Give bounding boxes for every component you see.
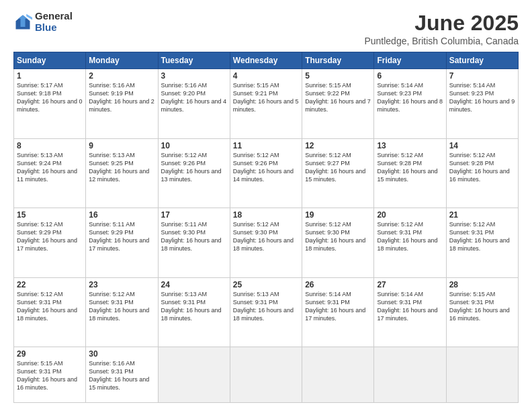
calendar-cell: 5Sunrise: 5:15 AMSunset: 9:22 PMDaylight… — [302, 69, 374, 139]
calendar-week-row: 15Sunrise: 5:12 AMSunset: 9:29 PMDayligh… — [14, 208, 519, 278]
day-info: Sunrise: 5:12 AMSunset: 9:28 PMDaylight:… — [377, 151, 443, 184]
logo-general: General — [35, 11, 73, 22]
logo-blue: Blue — [35, 22, 73, 34]
calendar-cell: 21Sunrise: 5:12 AMSunset: 9:31 PMDayligh… — [446, 208, 518, 278]
day-number: 23 — [89, 280, 154, 289]
logo: General Blue — [13, 11, 73, 33]
day-number: 9 — [89, 141, 154, 150]
day-info: Sunrise: 5:12 AMSunset: 9:31 PMDaylight:… — [449, 220, 515, 253]
calendar-cell: 19Sunrise: 5:12 AMSunset: 9:30 PMDayligh… — [302, 208, 374, 278]
calendar-cell: 24Sunrise: 5:13 AMSunset: 9:31 PMDayligh… — [158, 277, 230, 347]
day-info: Sunrise: 5:14 AMSunset: 9:31 PMDaylight:… — [305, 290, 371, 323]
subtitle: Puntledge, British Columbia, Canada — [364, 36, 519, 46]
day-info: Sunrise: 5:15 AMSunset: 9:31 PMDaylight:… — [449, 290, 515, 323]
day-info: Sunrise: 5:12 AMSunset: 9:29 PMDaylight:… — [17, 220, 83, 253]
day-number: 15 — [17, 210, 83, 220]
calendar-cell: 15Sunrise: 5:12 AMSunset: 9:29 PMDayligh… — [14, 208, 86, 278]
day-info: Sunrise: 5:11 AMSunset: 9:29 PMDaylight:… — [89, 220, 154, 253]
calendar-cell: 11Sunrise: 5:12 AMSunset: 9:26 PMDayligh… — [230, 138, 302, 208]
calendar-cell: 17Sunrise: 5:11 AMSunset: 9:30 PMDayligh… — [158, 208, 230, 278]
header-friday: Friday — [374, 52, 446, 69]
header-wednesday: Wednesday — [230, 52, 302, 69]
day-number: 27 — [377, 280, 443, 289]
day-number: 21 — [449, 210, 515, 220]
day-number: 22 — [17, 280, 83, 289]
day-info: Sunrise: 5:13 AMSunset: 9:25 PMDaylight:… — [89, 151, 154, 184]
page: General Blue June 2025 Puntledge, Britis… — [0, 0, 532, 411]
day-info: Sunrise: 5:12 AMSunset: 9:26 PMDaylight:… — [233, 151, 299, 184]
calendar-cell: 29Sunrise: 5:15 AMSunset: 9:31 PMDayligh… — [14, 347, 86, 403]
day-info: Sunrise: 5:14 AMSunset: 9:31 PMDaylight:… — [377, 290, 443, 323]
header: General Blue June 2025 Puntledge, Britis… — [13, 11, 519, 46]
calendar-week-row: 29Sunrise: 5:15 AMSunset: 9:31 PMDayligh… — [14, 347, 519, 403]
day-number: 16 — [89, 210, 154, 220]
calendar-cell: 26Sunrise: 5:14 AMSunset: 9:31 PMDayligh… — [302, 277, 374, 347]
day-number: 7 — [449, 71, 515, 81]
title-section: June 2025 Puntledge, British Columbia, C… — [364, 11, 519, 46]
day-info: Sunrise: 5:15 AMSunset: 9:31 PMDaylight:… — [17, 359, 83, 392]
day-info: Sunrise: 5:13 AMSunset: 9:31 PMDaylight:… — [233, 290, 299, 323]
calendar-cell: 7Sunrise: 5:14 AMSunset: 9:23 PMDaylight… — [446, 69, 518, 139]
calendar-cell: 25Sunrise: 5:13 AMSunset: 9:31 PMDayligh… — [230, 277, 302, 347]
calendar-week-row: 1Sunrise: 5:17 AMSunset: 9:18 PMDaylight… — [14, 69, 519, 139]
calendar-cell: 10Sunrise: 5:12 AMSunset: 9:26 PMDayligh… — [158, 138, 230, 208]
day-info: Sunrise: 5:12 AMSunset: 9:28 PMDaylight:… — [449, 151, 515, 184]
day-number: 11 — [233, 141, 299, 150]
day-number: 13 — [377, 141, 443, 150]
day-number: 29 — [17, 349, 83, 359]
day-number: 8 — [17, 141, 83, 150]
calendar-cell — [158, 347, 230, 403]
calendar-week-row: 8Sunrise: 5:13 AMSunset: 9:24 PMDaylight… — [14, 138, 519, 208]
header-row: Sunday Monday Tuesday Wednesday Thursday… — [14, 52, 519, 69]
calendar-cell: 30Sunrise: 5:16 AMSunset: 9:31 PMDayligh… — [86, 347, 158, 403]
day-number: 30 — [89, 349, 154, 359]
day-info: Sunrise: 5:12 AMSunset: 9:30 PMDaylight:… — [233, 220, 299, 253]
calendar-cell: 16Sunrise: 5:11 AMSunset: 9:29 PMDayligh… — [86, 208, 158, 278]
day-info: Sunrise: 5:13 AMSunset: 9:31 PMDaylight:… — [161, 290, 227, 323]
calendar-cell — [446, 347, 518, 403]
day-number: 6 — [377, 71, 443, 81]
day-number: 19 — [305, 210, 371, 220]
calendar-cell — [302, 347, 374, 403]
day-number: 1 — [17, 71, 83, 81]
calendar-cell: 1Sunrise: 5:17 AMSunset: 9:18 PMDaylight… — [14, 69, 86, 139]
day-number: 3 — [161, 71, 227, 81]
calendar-cell: 22Sunrise: 5:12 AMSunset: 9:31 PMDayligh… — [14, 277, 86, 347]
calendar-table: Sunday Monday Tuesday Wednesday Thursday… — [13, 52, 519, 403]
day-info: Sunrise: 5:12 AMSunset: 9:26 PMDaylight:… — [161, 151, 227, 184]
calendar-cell: 3Sunrise: 5:16 AMSunset: 9:20 PMDaylight… — [158, 69, 230, 139]
day-number: 14 — [449, 141, 515, 150]
calendar-week-row: 22Sunrise: 5:12 AMSunset: 9:31 PMDayligh… — [14, 277, 519, 347]
calendar-cell: 8Sunrise: 5:13 AMSunset: 9:24 PMDaylight… — [14, 138, 86, 208]
header-thursday: Thursday — [302, 52, 374, 69]
calendar-cell: 9Sunrise: 5:13 AMSunset: 9:25 PMDaylight… — [86, 138, 158, 208]
day-info: Sunrise: 5:12 AMSunset: 9:31 PMDaylight:… — [89, 290, 154, 323]
calendar-cell: 27Sunrise: 5:14 AMSunset: 9:31 PMDayligh… — [374, 277, 446, 347]
calendar-cell: 13Sunrise: 5:12 AMSunset: 9:28 PMDayligh… — [374, 138, 446, 208]
day-number: 24 — [161, 280, 227, 289]
day-info: Sunrise: 5:17 AMSunset: 9:18 PMDaylight:… — [17, 81, 83, 114]
day-info: Sunrise: 5:13 AMSunset: 9:24 PMDaylight:… — [17, 151, 83, 184]
day-number: 28 — [449, 280, 515, 289]
header-saturday: Saturday — [446, 52, 518, 69]
calendar-cell — [230, 347, 302, 403]
day-number: 12 — [305, 141, 371, 150]
day-info: Sunrise: 5:11 AMSunset: 9:30 PMDaylight:… — [161, 220, 227, 253]
main-title: June 2025 — [364, 11, 519, 36]
day-info: Sunrise: 5:12 AMSunset: 9:31 PMDaylight:… — [377, 220, 443, 253]
day-number: 2 — [89, 71, 154, 81]
day-number: 20 — [377, 210, 443, 220]
day-number: 4 — [233, 71, 299, 81]
header-sunday: Sunday — [14, 52, 86, 69]
calendar-cell: 20Sunrise: 5:12 AMSunset: 9:31 PMDayligh… — [374, 208, 446, 278]
day-info: Sunrise: 5:15 AMSunset: 9:22 PMDaylight:… — [305, 81, 371, 114]
day-number: 25 — [233, 280, 299, 289]
day-number: 17 — [161, 210, 227, 220]
calendar-cell: 6Sunrise: 5:14 AMSunset: 9:23 PMDaylight… — [374, 69, 446, 139]
day-info: Sunrise: 5:16 AMSunset: 9:31 PMDaylight:… — [89, 359, 154, 392]
calendar-cell: 18Sunrise: 5:12 AMSunset: 9:30 PMDayligh… — [230, 208, 302, 278]
calendar-cell — [374, 347, 446, 403]
day-number: 10 — [161, 141, 227, 150]
day-info: Sunrise: 5:16 AMSunset: 9:19 PMDaylight:… — [89, 81, 154, 114]
calendar-cell: 14Sunrise: 5:12 AMSunset: 9:28 PMDayligh… — [446, 138, 518, 208]
